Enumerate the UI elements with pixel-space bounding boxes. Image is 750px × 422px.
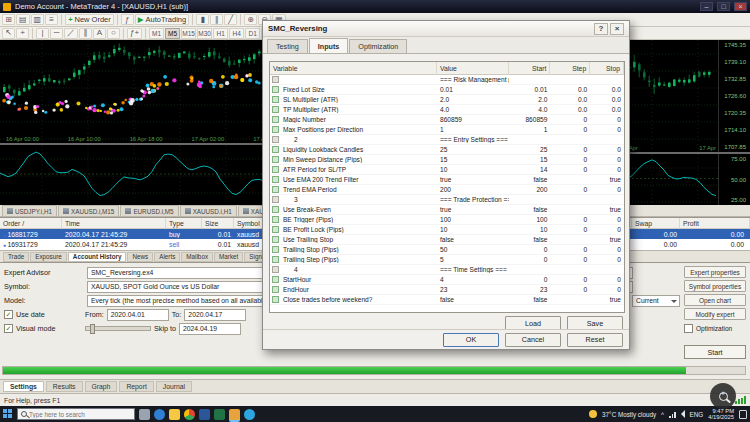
param-step[interactable]: 0 — [550, 256, 590, 263]
new-order-button[interactable]: +New Order — [65, 14, 114, 25]
tester-tab[interactable]: Settings — [3, 381, 44, 392]
param-stop[interactable]: 0.0 — [590, 96, 624, 103]
param-stop[interactable]: 0 — [590, 226, 624, 233]
terminal-column-header[interactable]: Size — [202, 218, 234, 229]
input-parameter-row[interactable]: Trailing Stop (Pips) 50 0 0 0 — [270, 245, 624, 255]
input-parameter-row[interactable]: Use EMA 200 Trend Filter true false true — [270, 175, 624, 185]
chart-profiles-icon[interactable]: ▤ — [16, 14, 30, 25]
start-button[interactable] — [3, 409, 13, 419]
terminal-column-header[interactable]: Order / — [0, 218, 62, 229]
taskbar-clock[interactable]: 9:47 PM 4/19/2025 — [708, 408, 734, 421]
param-value[interactable]: === Time Settings === — [437, 266, 509, 273]
param-stop[interactable]: true — [590, 206, 624, 213]
param-step[interactable]: 0.0 — [550, 106, 590, 113]
param-start[interactable]: 200 — [509, 186, 551, 193]
visual-mode-checkbox[interactable]: ✓ — [4, 324, 13, 333]
input-parameter-row[interactable]: ___2 === Entry Settings === — [270, 135, 624, 145]
terminal-column-header[interactable]: Profit — [680, 218, 750, 229]
param-start[interactable]: false — [509, 176, 551, 183]
volume-icon[interactable] — [681, 410, 685, 418]
param-value[interactable]: 0.01 — [437, 86, 509, 93]
param-value[interactable]: 15 — [437, 156, 509, 163]
param-start[interactable]: false — [509, 296, 551, 303]
vertical-line-icon[interactable]: | — [36, 28, 49, 39]
timeframe-button[interactable]: M30 — [197, 28, 212, 39]
optimization-checkbox[interactable] — [684, 324, 693, 333]
param-step[interactable]: 0 — [550, 146, 590, 153]
param-stop[interactable]: 0 — [590, 186, 624, 193]
param-value[interactable]: false — [437, 296, 509, 303]
input-parameter-row[interactable]: ___4 === Time Settings === — [270, 265, 624, 275]
minimize-button[interactable]: – — [700, 2, 713, 11]
indicators-icon[interactable]: ƒ+ — [127, 28, 142, 39]
param-value[interactable]: 4.0 — [437, 106, 509, 113]
timeframe-button[interactable]: H1 — [213, 28, 228, 39]
param-step[interactable]: 0.0 — [550, 86, 590, 93]
line-chart-icon[interactable]: ╱ — [224, 14, 237, 25]
param-stop[interactable]: 0 — [590, 166, 624, 173]
param-start[interactable]: 2.0 — [509, 96, 551, 103]
param-step[interactable]: 0 — [550, 226, 590, 233]
from-date-field[interactable]: 2020.04.01 — [107, 309, 169, 321]
timeframe-button[interactable]: D1 — [245, 28, 260, 39]
param-stop[interactable]: 0 — [590, 156, 624, 163]
param-start[interactable]: 0 — [509, 276, 551, 283]
save-button[interactable]: Save — [567, 316, 623, 330]
edge-icon[interactable] — [154, 409, 165, 420]
param-value[interactable]: 10 — [437, 166, 509, 173]
chart-tab[interactable]: USDJPY.i,H1 — [2, 205, 57, 216]
taskbar-search[interactable] — [17, 408, 135, 420]
column-start[interactable]: Start — [509, 62, 551, 75]
task-view-icon[interactable] — [139, 409, 150, 420]
tester-tab[interactable]: Results — [46, 381, 83, 392]
param-start[interactable]: 860859 — [509, 116, 551, 123]
param-value[interactable]: === Risk Management parameters === — [437, 76, 509, 83]
dialog-close-button[interactable]: × — [610, 23, 624, 35]
param-stop[interactable]: 0 — [590, 146, 624, 153]
candle-chart-icon[interactable]: ▮ — [196, 14, 209, 25]
param-start[interactable]: 1 — [509, 126, 551, 133]
modify-expert-button[interactable]: Modify expert — [684, 308, 746, 320]
param-stop[interactable]: 0 — [590, 126, 624, 133]
param-value[interactable]: === Entry Settings === — [437, 136, 509, 143]
param-value[interactable]: 4 — [437, 276, 509, 283]
open-chart-button[interactable]: Open chart — [684, 294, 746, 306]
param-stop[interactable]: true — [590, 236, 624, 243]
param-value[interactable]: 23 — [437, 286, 509, 293]
param-value[interactable]: 200 — [437, 186, 509, 193]
param-step[interactable]: 0 — [550, 126, 590, 133]
reset-button[interactable]: Reset — [567, 333, 623, 347]
tester-tab[interactable]: Journal — [156, 381, 192, 392]
dialog-help-button[interactable]: ? — [594, 23, 608, 35]
terminal-column-header[interactable]: Time — [62, 218, 166, 229]
chart-tab[interactable]: XAUUSD.i,H1 — [180, 205, 237, 216]
chrome-icon[interactable] — [184, 409, 195, 420]
param-step[interactable]: 0 — [550, 156, 590, 163]
spread-select[interactable]: Current — [632, 295, 680, 307]
timeframe-button[interactable]: M1 — [149, 28, 164, 39]
tray-expand-icon[interactable]: ^ — [661, 411, 664, 418]
chart-tab[interactable]: XAUUSD.i,M15 — [58, 205, 119, 216]
input-parameter-row[interactable]: Max Positions per Direction 1 1 0 0 — [270, 125, 624, 135]
input-parameter-row[interactable]: Liquidity Lookback Candles 25 25 0 0 — [270, 145, 624, 155]
param-start[interactable]: 14 — [509, 166, 551, 173]
param-start[interactable]: false — [509, 236, 551, 243]
column-value[interactable]: Value — [437, 62, 509, 75]
param-stop[interactable]: 0 — [590, 256, 624, 263]
param-stop[interactable]: 0 — [590, 246, 624, 253]
use-date-checkbox[interactable]: ✓ — [4, 310, 13, 319]
param-stop[interactable]: true — [590, 296, 624, 303]
dialog-tab[interactable]: Optimization — [349, 39, 407, 53]
param-value[interactable]: 50 — [437, 246, 509, 253]
expert-properties-button[interactable]: Expert properties — [684, 266, 746, 278]
terminal-tab[interactable]: Mailbox — [181, 252, 213, 262]
language-indicator[interactable]: ENG — [690, 411, 704, 418]
timeframe-button[interactable]: M5 — [165, 28, 180, 39]
input-parameter-row[interactable]: BE Profit Lock (Pips) 10 10 0 0 — [270, 225, 624, 235]
input-parameter-row[interactable]: Fixed Lot Size 0.01 0.01 0.0 0.0 — [270, 85, 624, 95]
new-chart-icon[interactable]: ⊞ — [2, 14, 15, 25]
param-value[interactable]: 5 — [437, 256, 509, 263]
channel-icon[interactable]: ∥ — [79, 28, 92, 39]
file-explorer-icon[interactable] — [169, 409, 180, 420]
cancel-button[interactable]: Cancel — [505, 333, 561, 347]
